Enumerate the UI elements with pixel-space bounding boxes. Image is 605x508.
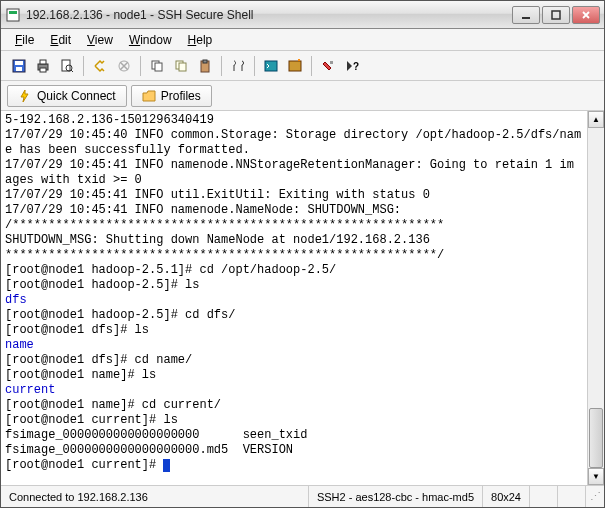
svg-rect-9: [40, 68, 46, 72]
svg-rect-21: [289, 61, 301, 71]
svg-rect-6: [16, 67, 22, 71]
terminal-icon[interactable]: [260, 55, 282, 77]
terminal-line: SHUTDOWN_MSG: Shutting down NameNode at …: [5, 233, 600, 248]
window-title: 192.168.2.136 - node1 - SSH Secure Shell: [26, 8, 510, 22]
scroll-thumb[interactable]: [589, 408, 603, 468]
profiles-button[interactable]: Profiles: [131, 85, 212, 107]
maximize-button[interactable]: [542, 6, 570, 24]
terminal-line: current: [5, 383, 600, 398]
close-button[interactable]: [572, 6, 600, 24]
lightning-icon: [18, 89, 32, 103]
scroll-up-arrow[interactable]: ▲: [588, 111, 604, 128]
find-icon[interactable]: [227, 55, 249, 77]
svg-rect-15: [155, 63, 162, 71]
app-icon: [5, 7, 21, 23]
terminal-line: [root@node1 name]# ls: [5, 368, 600, 383]
status-cipher: SSH2 - aes128-cbc - hmac-md5: [309, 486, 483, 507]
status-connected: Connected to 192.168.2.136: [1, 486, 309, 507]
folder-icon: [142, 89, 156, 103]
menu-window[interactable]: Window: [121, 31, 180, 49]
disconnect-icon[interactable]: [113, 55, 135, 77]
terminal-line: fsimage_0000000000000000000.md5 VERSION: [5, 443, 600, 458]
new-terminal-icon[interactable]: [284, 55, 306, 77]
save-icon[interactable]: [8, 55, 30, 77]
svg-rect-22: [330, 61, 333, 64]
quick-connect-label: Quick Connect: [37, 89, 116, 103]
terminal-line: [root@node1 current]#: [5, 458, 600, 473]
svg-text:?: ?: [353, 61, 359, 72]
paste-icon[interactable]: [194, 55, 216, 77]
terminal-line: 17/07/29 10:45:40 INFO common.Storage: S…: [5, 128, 600, 143]
help-icon[interactable]: ?: [341, 55, 363, 77]
menu-edit[interactable]: Edit: [42, 31, 79, 49]
copy2-icon[interactable]: [170, 55, 192, 77]
svg-rect-2: [522, 17, 530, 19]
menu-view[interactable]: View: [79, 31, 121, 49]
minimize-button[interactable]: [512, 6, 540, 24]
status-pad1: [530, 486, 558, 507]
separator: [254, 56, 255, 76]
svg-rect-8: [40, 60, 46, 64]
statusbar: Connected to 192.168.2.136 SSH2 - aes128…: [1, 485, 604, 507]
scroll-down-arrow[interactable]: ▼: [588, 468, 604, 485]
menu-help[interactable]: Help: [180, 31, 221, 49]
svg-rect-5: [15, 61, 23, 65]
terminal-line: 17/07/29 10:45:41 INFO util.ExitUtil: Ex…: [5, 188, 600, 203]
terminal-line: name: [5, 338, 600, 353]
status-size: 80x24: [483, 486, 530, 507]
terminal-line: 17/07/29 10:45:41 INFO namenode.NNStorag…: [5, 158, 600, 173]
terminal-area: 5-192.168.2.136-150129634041917/07/29 10…: [1, 111, 604, 485]
svg-line-12: [71, 70, 73, 72]
terminal-line: [root@node1 dfs]# cd name/: [5, 353, 600, 368]
menubar: File Edit View Window Help: [1, 29, 604, 51]
settings-icon[interactable]: [317, 55, 339, 77]
terminal-line: [root@node1 dfs]# ls: [5, 323, 600, 338]
quick-connect-button[interactable]: Quick Connect: [7, 85, 127, 107]
copy-icon[interactable]: [146, 55, 168, 77]
resize-grip[interactable]: ⋰: [586, 490, 604, 503]
ssh-window: 192.168.2.136 - node1 - SSH Secure Shell…: [0, 0, 605, 508]
terminal-line: ages with txid >= 0: [5, 173, 600, 188]
terminal-line: fsimage_0000000000000000000 seen_txid: [5, 428, 600, 443]
print-icon[interactable]: [32, 55, 54, 77]
status-pad2: [558, 486, 586, 507]
terminal-line: 5-192.168.2.136-1501296340419: [5, 113, 600, 128]
scrollbar[interactable]: ▲ ▼: [587, 111, 604, 485]
terminal-line: e has been successfully formatted.: [5, 143, 600, 158]
toolbar: ?: [1, 51, 604, 81]
terminal-line: 17/07/29 10:45:41 INFO namenode.NameNode…: [5, 203, 600, 218]
cursor: [163, 459, 170, 472]
terminal-line: [root@node1 name]# cd current/: [5, 398, 600, 413]
svg-rect-20: [265, 61, 277, 71]
terminal-line: [root@node1 hadoop-2.5.1]# cd /opt/hadoo…: [5, 263, 600, 278]
svg-rect-0: [7, 9, 19, 21]
terminal-line: [root@node1 hadoop-2.5]# cd dfs/: [5, 308, 600, 323]
svg-rect-3: [552, 11, 560, 19]
terminal-line: ****************************************…: [5, 248, 600, 263]
preview-icon[interactable]: [56, 55, 78, 77]
terminal-line: [root@node1 hadoop-2.5]# ls: [5, 278, 600, 293]
svg-rect-17: [179, 63, 186, 71]
svg-rect-19: [203, 60, 207, 63]
separator: [221, 56, 222, 76]
titlebar[interactable]: 192.168.2.136 - node1 - SSH Secure Shell: [1, 1, 604, 29]
connect-icon[interactable]: [89, 55, 111, 77]
separator: [311, 56, 312, 76]
terminal-line: [root@node1 current]# ls: [5, 413, 600, 428]
terminal-line: /***************************************…: [5, 218, 600, 233]
separator: [83, 56, 84, 76]
scroll-track[interactable]: [588, 128, 604, 468]
terminal[interactable]: 5-192.168.2.136-150129634041917/07/29 10…: [1, 111, 604, 485]
svg-rect-1: [9, 11, 17, 14]
profiles-label: Profiles: [161, 89, 201, 103]
separator: [140, 56, 141, 76]
window-controls: [510, 6, 600, 24]
terminal-line: dfs: [5, 293, 600, 308]
menu-file[interactable]: File: [7, 31, 42, 49]
connection-bar: Quick Connect Profiles: [1, 81, 604, 111]
